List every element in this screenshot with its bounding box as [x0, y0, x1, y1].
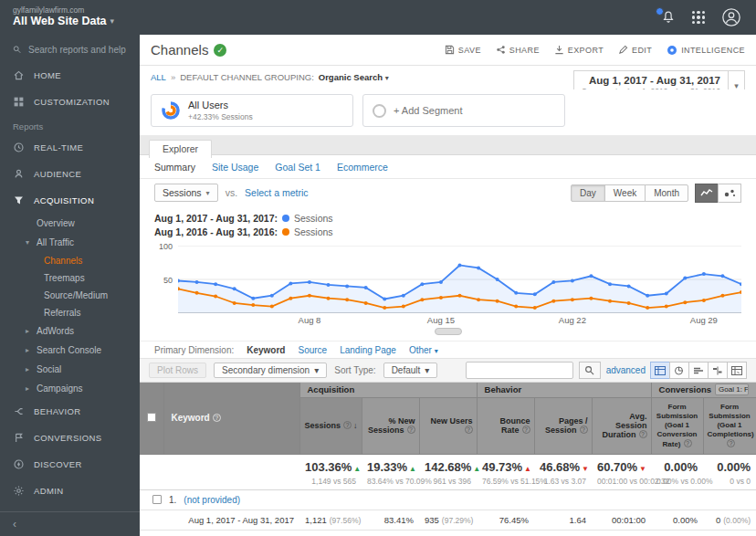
- date-range-primary: Aug 1, 2017 - Aug 31, 2017: [582, 74, 720, 87]
- granularity-week-button[interactable]: Week: [604, 184, 646, 202]
- notification-badge: [656, 7, 664, 16]
- help-icon[interactable]: ?: [639, 430, 647, 438]
- sidebar-item-referrals[interactable]: Referrals: [0, 304, 140, 321]
- dimension-keyword[interactable]: Keyword: [247, 345, 285, 355]
- segment-all-users[interactable]: All Users +42.33% Sessions: [151, 94, 353, 127]
- share-button[interactable]: SHARE: [496, 45, 540, 55]
- intelligence-button[interactable]: INTELLIGENCE: [667, 45, 745, 56]
- apps-grid-icon[interactable]: [692, 11, 705, 24]
- save-button[interactable]: SAVE: [445, 45, 481, 55]
- select-all-checkbox[interactable]: [147, 413, 156, 422]
- help-icon[interactable]: ?: [522, 426, 530, 434]
- chart-scroll-handle[interactable]: [435, 328, 462, 335]
- plot-rows-button[interactable]: Plot Rows: [149, 363, 206, 378]
- account-switcher[interactable]: gylfamilylawfirm.com All Web Site Data▾: [0, 6, 114, 27]
- sidebar-item-source-medium[interactable]: Source/Medium: [0, 287, 140, 304]
- help-icon[interactable]: ?: [343, 421, 352, 429]
- help-icon[interactable]: ?: [213, 414, 221, 422]
- tab-explorer[interactable]: Explorer: [149, 140, 212, 158]
- metric-dropdown[interactable]: Sessions▾: [154, 184, 218, 202]
- sort-type-dropdown[interactable]: Default▾: [383, 363, 438, 378]
- row-checkbox[interactable]: [152, 495, 162, 504]
- sidebar-collapse-button[interactable]: ‹: [0, 511, 140, 536]
- goal-selector-dropdown[interactable]: Goal 1: Form Subm▾: [715, 384, 748, 395]
- home-icon: [13, 69, 25, 81]
- help-icon[interactable]: ?: [580, 426, 588, 434]
- column-header-new-sessions[interactable]: % New Sessions?: [362, 397, 419, 454]
- sidebar-item-social[interactable]: ▸Social: [0, 360, 140, 379]
- breadcrumb-all-link[interactable]: ALL: [151, 72, 166, 82]
- legend-dot-blue: [282, 215, 289, 222]
- help-icon[interactable]: ?: [684, 439, 692, 447]
- add-segment-button[interactable]: + Add Segment: [362, 94, 565, 127]
- chevron-down-icon: ▾: [314, 365, 319, 375]
- secondary-dimension-dropdown[interactable]: Secondary dimension▾: [214, 363, 327, 378]
- edit-button[interactable]: EDIT: [618, 45, 652, 55]
- search-icon: [584, 365, 594, 375]
- sidebar-item-treemaps[interactable]: Treemaps: [0, 269, 140, 287]
- table-search-button[interactable]: [579, 362, 601, 379]
- column-header-session-duration[interactable]: Avg. Session Duration?: [592, 397, 651, 454]
- sidebar-item-all-traffic[interactable]: ▾All Traffic: [0, 233, 140, 252]
- column-header-goal-completions[interactable]: Form Submission (Goal 1 Completions)?: [703, 397, 756, 454]
- sidebar-item-customization[interactable]: CUSTOMIZATION: [0, 89, 140, 115]
- granularity-day-button[interactable]: Day: [571, 184, 605, 202]
- dimension-other[interactable]: Other ▾: [409, 345, 438, 355]
- help-icon[interactable]: ?: [465, 426, 473, 434]
- column-header-keyword[interactable]: Keyword?: [163, 383, 299, 454]
- percentage-view-button[interactable]: [669, 362, 689, 379]
- sidebar-item-behavior[interactable]: BEHAVIOR: [0, 398, 140, 425]
- sidebar-item-realtime[interactable]: REAL-TIME: [0, 134, 140, 161]
- subtab-goal-set-1[interactable]: Goal Set 1: [275, 162, 320, 173]
- group-header-conversions: Conversions Goal 1: Form Subm▾: [651, 383, 756, 397]
- comparison-view-button[interactable]: [708, 362, 728, 379]
- vs-label: vs.: [226, 187, 237, 198]
- sidebar-item-admin[interactable]: ADMIN: [0, 478, 140, 504]
- performance-view-button[interactable]: [688, 362, 709, 379]
- export-button[interactable]: EXPORT: [554, 45, 604, 55]
- avatar[interactable]: [721, 7, 741, 27]
- channel-grouping-dropdown[interactable]: Organic Search ▾: [319, 72, 389, 82]
- keyword-link[interactable]: (not provided): [184, 495, 240, 505]
- advanced-search-link[interactable]: advanced: [606, 365, 646, 375]
- column-header-new-users[interactable]: New Users?: [419, 397, 477, 454]
- subrow-date-label: Aug 1, 2017 - Aug 31, 2017: [140, 510, 299, 530]
- sidebar-item-conversions[interactable]: CONVERSIONS: [0, 425, 140, 451]
- column-header-bounce-rate[interactable]: Bounce Rate?: [477, 397, 534, 454]
- sidebar-item-home[interactable]: HOME: [0, 62, 140, 89]
- legend-dot-orange: [282, 228, 289, 236]
- chevron-right-icon: ▸: [26, 365, 33, 373]
- dimension-source[interactable]: Source: [298, 345, 327, 355]
- sidebar-item-acquisition[interactable]: ACQUISITION: [0, 187, 140, 214]
- column-header-pages-session[interactable]: Pages / Session?: [534, 397, 592, 454]
- table-search-input[interactable]: [466, 362, 573, 379]
- clock-icon: [13, 142, 25, 153]
- motion-chart-view-button[interactable]: [718, 184, 741, 203]
- granularity-month-button[interactable]: Month: [645, 184, 688, 202]
- dimension-landing-page[interactable]: Landing Page: [340, 345, 396, 355]
- subtab-site-usage[interactable]: Site Usage: [212, 162, 258, 173]
- help-icon[interactable]: ?: [407, 426, 415, 434]
- pivot-view-button[interactable]: [727, 362, 747, 379]
- sidebar-item-campaigns[interactable]: ▸Campaigns: [0, 379, 140, 398]
- sidebar-item-channels[interactable]: Channels: [0, 252, 140, 269]
- explorer-card: Summary Site Usage Goal Set 1 Ecommerce …: [140, 155, 756, 341]
- cell-pages-session: 1.64: [534, 510, 592, 530]
- trend-down-icon: ▼: [582, 465, 589, 473]
- column-header-sessions[interactable]: Sessions?↓: [299, 397, 362, 454]
- subtab-summary[interactable]: Summary: [154, 162, 195, 173]
- sidebar-item-search-console[interactable]: ▸Search Console: [0, 341, 140, 360]
- table-view-button[interactable]: [650, 362, 670, 379]
- sidebar-item-audience[interactable]: AUDIENCE: [0, 161, 140, 187]
- sidebar-item-overview[interactable]: Overview: [0, 214, 140, 233]
- select-metric-link[interactable]: Select a metric: [245, 187, 308, 198]
- sidebar-item-adwords[interactable]: ▸AdWords: [0, 321, 140, 341]
- column-header-goal-conversion-rate[interactable]: Form Submission (Goal 1 Conversion Rate)…: [651, 397, 703, 454]
- line-chart-view-button[interactable]: [695, 184, 719, 203]
- notifications-button[interactable]: [661, 10, 676, 25]
- subtab-ecommerce[interactable]: Ecommerce: [337, 162, 388, 173]
- search-input[interactable]: [28, 45, 129, 55]
- sidebar-search[interactable]: [0, 35, 140, 62]
- help-icon[interactable]: ?: [727, 439, 735, 447]
- sidebar-item-discover[interactable]: DISCOVER: [0, 451, 140, 478]
